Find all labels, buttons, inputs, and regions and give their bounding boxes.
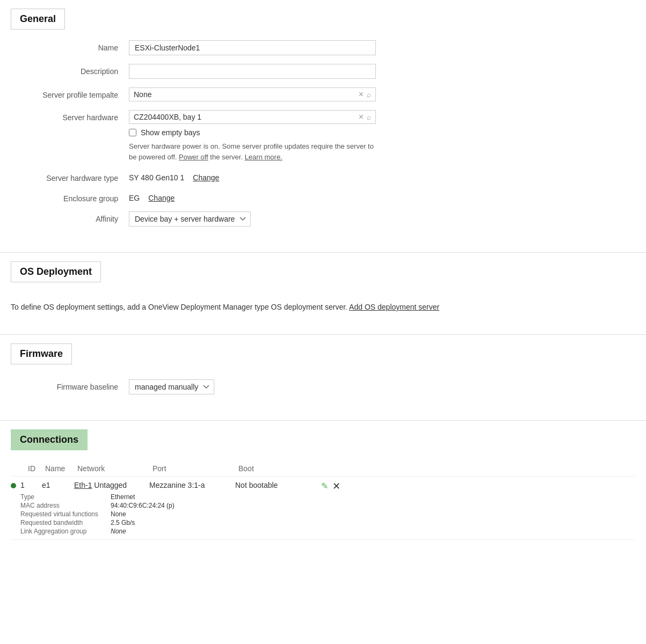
firmware-section: Firmware Firmware baseline managed manua… — [0, 335, 646, 421]
server-profile-template-row: Server profile tempalte None × ⌕ — [0, 87, 646, 101]
server-hardware-type-value: SY 480 Gen10 1 — [129, 173, 184, 182]
enclosure-group-change-button[interactable]: Change — [148, 194, 175, 202]
server-hardware-value: CZ204400XB, bay 1 — [134, 113, 359, 121]
connection-row-1: 1 e1 Eth-1 Untagged Mezzanine 3:1-a Not … — [11, 477, 635, 540]
show-empty-bays-checkbox[interactable] — [129, 129, 136, 136]
affinity-row: Affinity Device bay + server hardware De… — [0, 211, 646, 226]
name-label: Name — [11, 40, 129, 52]
connection-id-1: 1 — [20, 481, 42, 489]
connection-bw-value-1: 2.5 Gb/s — [111, 519, 635, 526]
connection-actions-1: ✎ ✕ — [321, 481, 340, 491]
connection-name-1: e1 — [42, 481, 74, 489]
enclosure-group-inline: EG Change — [129, 191, 376, 202]
server-profile-template-search-icon[interactable]: ⌕ — [367, 90, 371, 99]
learn-more-link[interactable]: Learn more. — [245, 153, 282, 161]
enclosure-group-label: Enclosure group — [11, 191, 129, 203]
description-control — [129, 64, 376, 79]
name-control — [129, 40, 376, 55]
general-title: General — [20, 13, 56, 25]
os-deployment-title: OS Deployment — [20, 266, 92, 277]
description-input[interactable] — [129, 64, 376, 79]
server-hardware-row: Server hardware CZ204400XB, bay 1 × ⌕ Sh… — [0, 110, 646, 162]
firmware-baseline-row: Firmware baseline managed manually None — [0, 379, 646, 394]
connections-section-header: Connections — [11, 429, 88, 450]
name-input[interactable] — [129, 40, 376, 55]
server-profile-template-input-wrapper[interactable]: None × ⌕ — [129, 87, 376, 101]
os-deployment-section: OS Deployment To define OS deployment se… — [0, 253, 646, 335]
power-help-text: Server hardware power is on. Some server… — [129, 141, 376, 162]
show-empty-bays-label: Show empty bays — [141, 128, 200, 137]
affinity-label: Affinity — [11, 211, 129, 223]
firmware-section-header: Firmware — [11, 343, 72, 364]
description-label: Description — [11, 64, 129, 76]
connection-network-1: Eth-1 Untagged — [74, 481, 149, 489]
connection-type-value-1: Ethernet — [111, 493, 635, 501]
add-os-deployment-server-link[interactable]: Add OS deployment server — [349, 303, 439, 311]
connection-boot-1: Not bootable — [235, 481, 321, 489]
power-off-link[interactable]: Power off — [179, 153, 208, 161]
server-profile-template-clear-icon[interactable]: × — [359, 90, 364, 99]
col-header-network: Network — [77, 464, 153, 473]
server-hardware-type-row: Server hardware type SY 480 Gen10 1 Chan… — [0, 171, 646, 182]
connections-section: Connections ID Name Network Port Boot 1 … — [0, 421, 646, 553]
server-hardware-type-change-button[interactable]: Change — [193, 173, 219, 182]
connection-port-1: Mezzanine 3:1-a — [149, 481, 235, 489]
connection-status-dot-1 — [11, 483, 16, 488]
connection-type-label-1: Type — [20, 493, 106, 501]
connection-lag-value-1: None — [111, 528, 635, 535]
description-row: Description — [0, 64, 646, 79]
connection-details-grid-1: Type Ethernet MAC address 94:40:C9:6C:24… — [20, 493, 635, 535]
server-profile-template-label: Server profile tempalte — [11, 87, 129, 99]
connection-network-link-1[interactable]: Eth-1 — [74, 481, 92, 489]
general-section-header: General — [11, 9, 65, 30]
affinity-select[interactable]: Device bay + server hardware Device bay — [129, 211, 251, 226]
connection-details-1: Type Ethernet MAC address 94:40:C9:6C:24… — [20, 493, 635, 535]
connections-title: Connections — [20, 434, 78, 445]
connection-edit-button-1[interactable]: ✎ — [321, 481, 328, 491]
connection-network-tag-1: Untagged — [94, 481, 127, 489]
enclosure-group-value: EG — [129, 194, 140, 202]
os-deployment-section-header: OS Deployment — [11, 261, 101, 282]
col-header-id: ID — [24, 464, 45, 473]
server-profile-template-value: None — [134, 90, 359, 99]
os-deployment-description: To define OS deployment settings, add a … — [11, 303, 347, 311]
connection-vf-value-1: None — [111, 510, 635, 518]
connections-header-row: ID Name Network Port Boot — [11, 461, 635, 477]
firmware-baseline-label: Firmware baseline — [11, 379, 129, 391]
affinity-control: Device bay + server hardware Device bay — [129, 211, 376, 226]
connection-bw-label-1: Requested bandwidth — [20, 519, 106, 526]
connection-mac-value-1: 94:40:C9:6C:24:24 (p) — [111, 502, 635, 509]
connection-row-1-main: 1 e1 Eth-1 Untagged Mezzanine 3:1-a Not … — [11, 481, 635, 491]
server-hardware-label: Server hardware — [11, 110, 129, 122]
connection-delete-button-1[interactable]: ✕ — [332, 481, 340, 491]
show-empty-bays-row: Show empty bays — [129, 128, 376, 137]
server-hardware-clear-icon[interactable]: × — [359, 113, 364, 121]
connections-table-wrapper: ID Name Network Port Boot 1 e1 Eth-1 Unt… — [0, 461, 646, 540]
os-deployment-description-row: To define OS deployment settings, add a … — [0, 293, 646, 321]
connection-vf-label-1: Requested virtual functions — [20, 510, 106, 518]
server-hardware-type-inline: SY 480 Gen10 1 Change — [129, 171, 376, 182]
server-profile-template-control: None × ⌕ — [129, 87, 376, 101]
server-hardware-search-icon[interactable]: ⌕ — [367, 113, 371, 121]
firmware-title: Firmware — [20, 348, 63, 360]
firmware-baseline-control: managed manually None — [129, 379, 376, 394]
connection-mac-label-1: MAC address — [20, 502, 106, 509]
col-header-boot: Boot — [238, 464, 324, 473]
col-header-name: Name — [45, 464, 77, 473]
name-row: Name — [0, 40, 646, 55]
general-section: General Name Description Server profile … — [0, 0, 646, 253]
col-header-port: Port — [153, 464, 238, 473]
server-hardware-input-wrapper[interactable]: CZ204400XB, bay 1 × ⌕ — [129, 110, 376, 124]
server-hardware-control: CZ204400XB, bay 1 × ⌕ Show empty bays Se… — [129, 110, 376, 162]
server-hardware-type-control: SY 480 Gen10 1 Change — [129, 171, 376, 182]
enclosure-group-control: EG Change — [129, 191, 376, 202]
firmware-baseline-select[interactable]: managed manually None — [129, 379, 214, 394]
server-hardware-type-label: Server hardware type — [11, 171, 129, 182]
connection-lag-label-1: Link Aggregation group — [20, 528, 106, 535]
enclosure-group-row: Enclosure group EG Change — [0, 191, 646, 203]
